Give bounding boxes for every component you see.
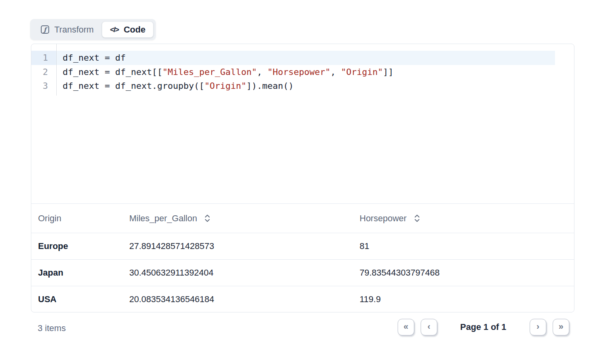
column-header-origin: Origin [38,213,129,224]
pagination: « ‹ Page 1 of 1 › » [398,319,569,335]
code-icon: </> [110,25,118,34]
cell-horsepower: 119.9 [360,294,574,305]
code-line[interactable]: 3 df_next = df_next.groupby(["Origin"]).… [31,79,555,93]
column-header-label: Miles_per_Gallon [129,213,197,224]
items-count: 3 items [38,323,66,333]
tab-code-label: Code [124,25,145,35]
gutter-divider [56,44,57,96]
cell-miles-per-gallon: 27.891428571428573 [129,241,360,251]
code-line-text: df_next = df [56,51,126,65]
next-page-button[interactable]: › [530,319,546,335]
column-header-horsepower[interactable]: Horsepower [360,213,574,224]
cell-origin: Japan [38,268,129,278]
sort-icon[interactable] [204,214,211,223]
table-row: Europe 27.891428571428573 81 [31,233,574,259]
code-line[interactable]: 1 df_next = df [31,51,555,65]
page-indicator: Page 1 of 1 [460,322,506,332]
function-icon: ƒ [41,25,49,34]
code-token-string: "Origin" [205,81,247,91]
code-line-text: df_next = df_next[["Miles_per_Gallon", "… [56,65,394,79]
view-tab-bar: ƒ Transform </> Code [30,19,156,40]
code-token-string: "Origin" [341,67,383,77]
line-number: 3 [31,79,56,93]
code-token-string: "Horsepower" [268,67,331,77]
code-panel: 1 df_next = df 2 df_next = df_next[["Mil… [31,44,574,312]
first-page-button[interactable]: « [398,319,414,335]
code-editor[interactable]: 1 df_next = df 2 df_next = df_next[["Mil… [31,44,574,203]
column-header-miles-per-gallon[interactable]: Miles_per_Gallon [129,213,360,224]
tab-code[interactable]: </> Code [102,21,153,38]
tab-transform-label: Transform [54,25,94,35]
line-number: 2 [31,65,56,79]
code-token: df_next = df_next.groupby([ [63,81,205,91]
prev-page-button[interactable]: ‹ [421,319,437,335]
cell-miles-per-gallon: 30.450632911392404 [129,268,360,278]
cell-horsepower: 81 [360,241,574,251]
table-row: Japan 30.450632911392404 79.835443037974… [31,259,574,286]
sort-icon[interactable] [414,214,420,223]
code-token-string: "Miles_per_Gallon" [163,67,257,77]
table-row: USA 20.083534136546184 119.9 [31,286,574,312]
cell-origin: USA [38,294,129,305]
column-header-label: Horsepower [360,213,407,224]
table-header-row: Origin Miles_per_Gallon Horsepower [31,203,574,233]
code-token: ]).mean() [247,81,294,91]
tab-transform[interactable]: ƒ Transform [33,21,102,38]
cell-miles-per-gallon: 20.083534136546184 [129,294,360,305]
code-token: , [331,67,341,77]
code-line-text: df_next = df_next.groupby(["Origin"]).me… [56,79,294,93]
code-line[interactable]: 2 df_next = df_next[["Miles_per_Gallon",… [31,65,555,79]
code-token: , [257,67,268,77]
column-header-label: Origin [38,213,61,224]
code-token: ]] [383,67,394,77]
cell-horsepower: 79.83544303797468 [360,268,574,278]
line-number: 1 [31,51,56,65]
code-token: df_next = df_next[[ [63,67,163,77]
result-table: Origin Miles_per_Gallon Horsepower [31,203,574,312]
code-token: df_next = df [63,53,126,63]
cell-origin: Europe [38,241,129,251]
last-page-button[interactable]: » [553,319,569,335]
